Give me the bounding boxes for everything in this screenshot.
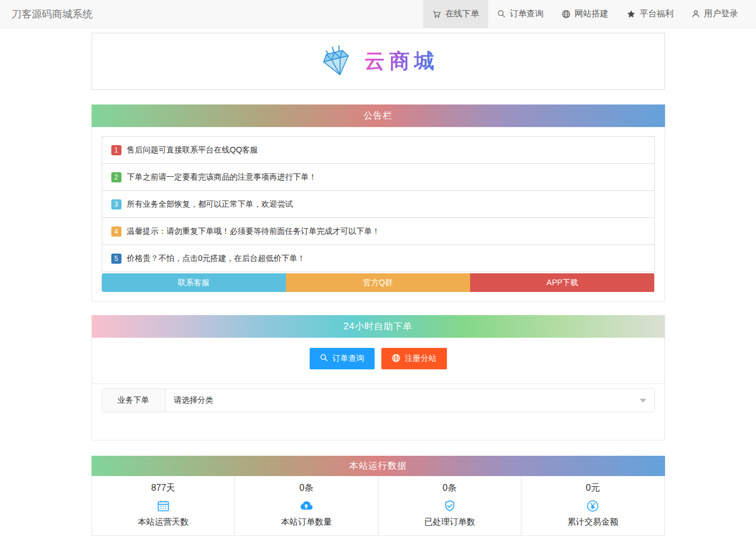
calendar-icon [92,498,235,514]
stat-order-count: 0条 本站订单数量 [234,476,378,535]
notice-item: 4 温馨提示：请勿重复下单哦！必须要等待前面任务订单完成才可以下单！ [102,217,655,245]
globe-icon [392,354,401,364]
logo-text: 云商城 [364,47,439,75]
button-label: 注册分站 [405,354,437,364]
nav-item-site-build[interactable]: 网站搭建 [553,0,618,28]
business-order-label: 业务下单 [102,389,166,412]
contact-support-button[interactable]: 联系客服 [102,273,286,292]
logo-card: 云商城 [92,33,665,90]
notice-text: 售后问题可直接联系平台在线QQ客服 [127,145,258,155]
button-label: 订单查询 [333,354,364,364]
notice-text: 下单之前请一定要看完该商品的注意事项再进行下单！ [127,172,317,182]
announcement-title: 公告栏 [92,104,665,127]
notice-number-badge: 1 [111,145,121,155]
user-icon [692,10,700,18]
stat-value: 0条 [235,482,378,494]
app-download-button[interactable]: APP下载 [470,273,654,292]
site-brand[interactable]: 刀客源码商城系统 [0,0,93,28]
self-service-buttons: 订单查询 注册分站 [92,338,664,383]
business-order-row: 业务下单 请选择分类 [102,389,655,412]
notice-text: 价格贵？不怕，点击0元搭建，在后台超低价下单！ [127,254,306,264]
nav-label: 平台福利 [640,8,674,19]
stat-processed-orders: 0条 已处理订单数 [378,476,522,535]
stat-operating-days: 877天 本站运营天数 [92,476,235,535]
diamond-gem-icon [317,42,357,81]
search-icon [320,354,328,364]
chevron-down-icon [640,399,646,403]
notice-number-badge: 2 [111,172,121,182]
shield-check-icon [379,498,522,514]
globe-icon [562,10,571,19]
stat-value: 0元 [522,482,664,494]
nav-label: 在线下单 [445,8,479,19]
stat-label: 本站订单数量 [235,517,378,527]
announcement-panel: 公告栏 1 售后问题可直接联系平台在线QQ客服 2 下单之前请一定要看完该商品的… [92,104,665,302]
stat-label: 累计交易金额 [522,517,664,527]
official-qq-group-button[interactable]: 官方Q群 [286,273,470,292]
stat-value: 877天 [92,482,235,494]
nav-item-order-query[interactable]: 订单查询 [488,0,553,28]
nav-label: 网站搭建 [575,8,609,19]
stat-label: 已处理订单数 [379,517,522,527]
order-query-button[interactable]: 订单查询 [310,348,375,369]
register-substation-button[interactable]: 注册分站 [381,348,447,369]
nav-label: 订单查询 [510,8,544,19]
nav-item-user-login[interactable]: 用户登录 [683,0,747,28]
notice-number-badge: 5 [111,254,121,264]
stat-value: 0条 [379,482,522,494]
nav-item-online-order[interactable]: 在线下单 [423,0,488,28]
notice-number-badge: 3 [111,199,121,210]
notice-text: 所有业务全部恢复，都可以正常下单，欢迎尝试 [127,199,293,210]
notice-text: 温馨提示：请勿重复下单哦！必须要等待前面任务订单完成才可以下单！ [127,226,380,237]
cart-icon [432,10,441,19]
top-navbar: 刀客源码商城系统 在线下单 订单查询 [0,0,756,28]
nav-item-platform-benefits[interactable]: 平台福利 [618,0,683,28]
cloud-upload-icon [235,498,378,514]
select-placeholder: 请选择分类 [174,395,214,405]
self-service-panel: 24小时自助下单 订单查询 [92,315,665,440]
notice-item: 5 价格贵？不怕，点击0元搭建，在后台超低价下单！ [102,245,655,272]
star-icon [627,10,636,19]
notice-item: 2 下单之前请一定要看完该商品的注意事项再进行下单！ [102,163,655,191]
yen-circle-icon [522,498,664,514]
notice-number-badge: 4 [111,226,121,237]
order-form-area: 业务下单 请选择分类 [92,383,664,440]
notice-item: 1 售后问题可直接联系平台在线QQ客服 [102,136,655,164]
nav-menu: 在线下单 订单查询 网站搭建 [423,0,756,28]
nav-label: 用户登录 [704,8,738,19]
self-service-title: 24小时自助下单 [92,315,665,338]
site-stats-panel: 本站运行数据 877天 本站运营天数 [92,456,665,536]
notice-list: 1 售后问题可直接联系平台在线QQ客服 2 下单之前请一定要看完该商品的注意事项… [102,136,655,272]
notice-item: 3 所有业务全部恢复，都可以正常下单，欢迎尝试 [102,190,655,218]
site-stats-title: 本站运行数据 [92,456,665,476]
stat-total-transactions: 0元 累计交易金额 [521,476,664,535]
search-icon [497,10,506,18]
stat-label: 本站运营天数 [92,517,235,527]
announcement-buttons: 联系客服 官方Q群 APP下载 [102,273,655,292]
category-select[interactable]: 请选择分类 [166,389,654,412]
